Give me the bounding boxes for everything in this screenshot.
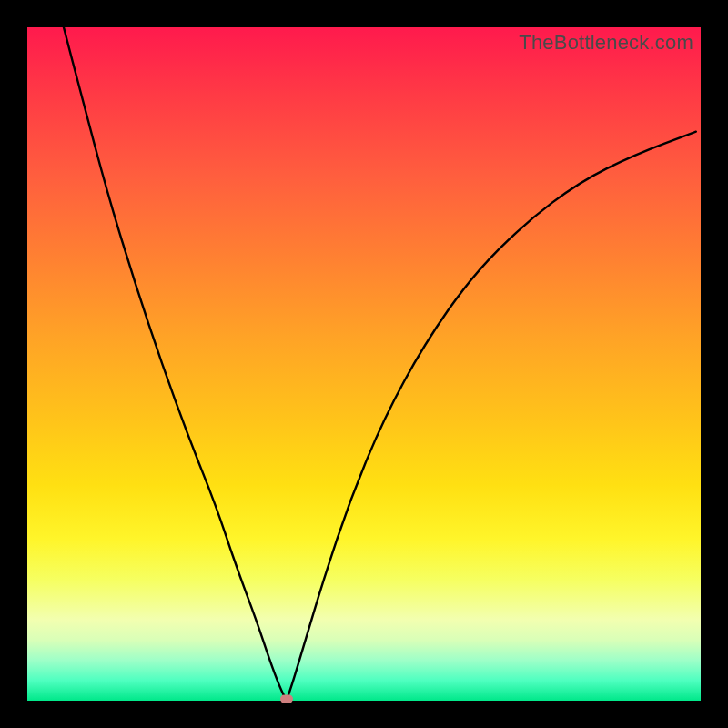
plot-area: TheBottleneck.com	[27, 27, 701, 701]
right-branch-line	[287, 132, 696, 701]
bottleneck-curve	[27, 27, 701, 701]
minimum-marker	[280, 695, 293, 703]
left-branch-line	[64, 27, 287, 701]
chart-frame: TheBottleneck.com	[0, 0, 728, 728]
